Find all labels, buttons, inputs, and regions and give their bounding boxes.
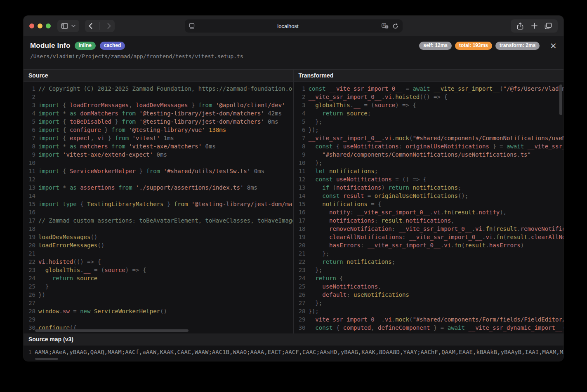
code-line: 1const __vite_ssr_import_0__ = await __v… (294, 85, 564, 93)
page-settings-icon[interactable] (189, 23, 195, 29)
code-token: . (486, 242, 489, 249)
code-token (309, 283, 323, 290)
code-token: let (315, 168, 325, 174)
code-line: 5import { toBeDisabled } from '@testing-… (24, 117, 293, 126)
code-token: : (399, 143, 406, 150)
code-token: import (38, 135, 59, 141)
line-number: 7 (24, 134, 35, 142)
code-token: __vite_ssr_import_0__ (368, 242, 441, 249)
sourcemap-panel-title: Source map (v3) (24, 333, 563, 345)
minimize-window-button[interactable] (38, 23, 42, 28)
code-token: . (59, 308, 63, 315)
code-token: import (38, 184, 59, 191)
code-token: . (382, 94, 385, 100)
code-token: from (146, 168, 160, 174)
code-token: . (430, 209, 434, 216)
line-number: 2 (294, 93, 306, 101)
code-token: 0ms (250, 168, 264, 174)
code-token: defineComponent (378, 324, 430, 331)
code-token: TestingLibraryMatchers (87, 201, 163, 207)
reload-icon[interactable] (392, 23, 398, 29)
code-token: vi (475, 225, 482, 232)
module-link[interactable]: './support/assertions/index.ts' (136, 184, 243, 191)
line-number: 2 (24, 93, 35, 101)
code-token: : (350, 209, 357, 216)
code-line: 27 }; (294, 299, 564, 307)
code-line: 18 (24, 225, 293, 233)
code-token: source (73, 275, 97, 282)
code-token: ) (521, 242, 524, 249)
code-token: const (315, 143, 332, 150)
source-horizontal-scrollbar[interactable] (35, 329, 189, 332)
close-button[interactable]: × (549, 42, 557, 49)
sidebar-toggle-button[interactable] (61, 23, 68, 29)
code-token: { (59, 135, 70, 141)
sidebar-toggle-group (57, 20, 79, 32)
code-token: '@testing-library/jest-dom/matchers' (188, 201, 293, 207)
code-token: __ (354, 102, 361, 108)
code-token: __ (84, 267, 91, 273)
forward-button[interactable] (107, 23, 111, 29)
zoom-window-button[interactable] (46, 23, 51, 28)
code-token: 0ms (153, 151, 167, 158)
code-line: 25 useNotifications, (294, 282, 564, 291)
tabs-overview-button[interactable] (541, 19, 555, 33)
code-line: 28window.sw = new ServiceWorkerHelper() (24, 307, 293, 315)
code-token: }); (309, 127, 319, 133)
code-token: { (59, 127, 70, 133)
line-number: 29 (24, 315, 35, 324)
code-token: as (70, 184, 77, 191)
address-bar[interactable]: localhost A x (185, 19, 403, 33)
code-token: . (402, 217, 405, 224)
code-token: vi (434, 209, 441, 216)
code-token: assertions (77, 184, 115, 191)
code-line: 12 const useNotifications = () => { (294, 175, 564, 183)
code-token: return (52, 275, 73, 282)
code-token: , (129, 102, 136, 108)
code-line: 23 }; (294, 266, 564, 274)
line-number: 15 (24, 200, 35, 208)
share-button[interactable] (513, 19, 527, 33)
code-line: 29__vite_ssr_import_0__.vi.mock("#shared… (294, 315, 564, 324)
code-token: notifications (329, 217, 375, 224)
sidebar-dropdown-button[interactable] (71, 25, 75, 27)
code-token (309, 217, 330, 224)
code-token: : (361, 242, 368, 249)
code-token: fn (496, 234, 503, 240)
code-token: hasErrors (329, 242, 361, 249)
code-line: 4import * as domMatchers from '@testing-… (24, 109, 293, 117)
code-token: sw (63, 308, 70, 315)
back-button[interactable] (89, 23, 92, 29)
code-token: } (188, 102, 198, 108)
code-token: '@testing-library/jest-dom/matchers' (136, 110, 264, 117)
code-token: ) => { (125, 267, 146, 273)
code-panels: Source 1// Copyright (C) 2012-2025 Zamma… (24, 70, 563, 333)
transformed-vertical-scrollbar[interactable] (559, 85, 562, 115)
code-token: ); (309, 160, 323, 166)
code-token: (() => { (420, 94, 447, 100)
code-token: { (336, 275, 343, 282)
module-info-header: Module Info inline cached self: 12ms tot… (24, 36, 563, 70)
code-token: "/@fs/Users/vladimir/Projects/zammad/nod… (503, 85, 563, 92)
close-window-button[interactable] (29, 23, 34, 28)
new-tab-button[interactable] (527, 19, 541, 33)
code-token: , (451, 217, 454, 224)
code-token: __vite_ssr_import_0__ (309, 135, 382, 141)
sourcemap-horizontal-scrollbar[interactable] (35, 358, 58, 360)
code-token: notifications (322, 201, 368, 207)
line-number: 7 (294, 134, 306, 142)
code-token: import (38, 143, 59, 150)
translate-icon[interactable]: A x (382, 23, 389, 29)
code-token: notify (329, 209, 350, 216)
code-token: hasErrors (489, 242, 521, 249)
code-token: clearAllNotifications (531, 234, 563, 240)
navigation-group (85, 20, 115, 32)
sourcemap-panel: Source map (v3) 1AAMA;AAeA,yBAAG,QAAQ,MA… (24, 333, 563, 361)
code-line: 15 notifications = { (294, 200, 564, 208)
code-token: mock (395, 316, 409, 323)
code-line: 7import { expect, vi } from 'vitest' 1ms (24, 134, 293, 142)
code-token: from (111, 127, 125, 133)
code-token: expect (70, 135, 91, 141)
line-number: 24 (24, 274, 35, 282)
code-token: '@apollo/client/dev' (212, 102, 285, 108)
